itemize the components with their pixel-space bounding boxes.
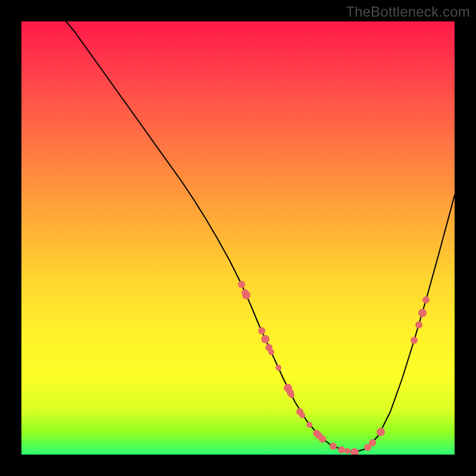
data-marker xyxy=(289,392,295,398)
data-marker xyxy=(261,335,270,343)
data-marker xyxy=(338,446,345,453)
marker-group xyxy=(238,281,430,455)
chart-svg xyxy=(21,21,455,455)
chart-frame xyxy=(21,21,455,455)
data-marker xyxy=(345,448,350,454)
data-marker xyxy=(319,436,326,443)
data-marker xyxy=(377,428,385,436)
data-marker xyxy=(422,296,430,303)
performance-curve xyxy=(66,21,455,452)
data-marker xyxy=(330,443,337,450)
data-marker xyxy=(306,422,312,428)
data-marker xyxy=(238,281,245,288)
data-marker xyxy=(299,412,305,418)
data-marker xyxy=(275,365,281,371)
data-marker xyxy=(411,337,418,344)
data-marker xyxy=(242,291,250,299)
data-marker xyxy=(369,439,376,446)
data-marker xyxy=(258,327,265,334)
data-marker xyxy=(415,321,422,328)
watermark-text: TheBottleneck.com xyxy=(346,4,470,20)
data-marker xyxy=(268,349,274,355)
data-marker xyxy=(350,448,359,455)
data-marker xyxy=(418,309,427,317)
